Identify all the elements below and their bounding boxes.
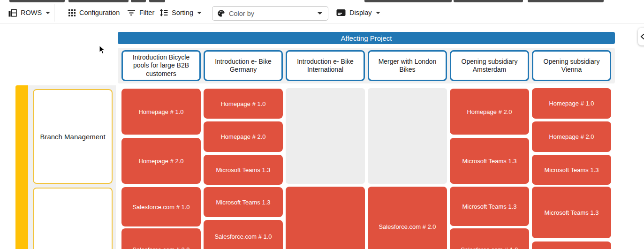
collapse-panel-button[interactable]	[638, 28, 644, 45]
row-header[interactable]	[33, 188, 113, 249]
matrix-tile[interactable]: Homepage # 2.0	[121, 138, 201, 184]
toolbar: ROWS Configuration Filter Sorting	[0, 2, 644, 23]
row-header[interactable]: Branch Management	[33, 89, 113, 184]
rows-menu-button[interactable]: ROWS	[8, 2, 50, 23]
mouse-cursor	[99, 45, 106, 55]
sorting-button[interactable]: Sorting	[159, 2, 202, 23]
column-header[interactable]: Opening subsidiary Vienna	[532, 50, 611, 81]
matrix-tile[interactable]: Microsoft Teams 1.3	[204, 187, 283, 217]
matrix-tile[interactable]: Salesforce.com # 2.0	[368, 187, 447, 249]
matrix-tile[interactable]: Microsoft Teams 1.3	[450, 138, 529, 184]
matrix-tile[interactable]: Microsoft Teams 1.3	[204, 155, 283, 185]
column-header[interactable]: Introduction Bicycle pools for large B2B…	[121, 50, 201, 81]
matrix-tile[interactable]: Salesforce.com # 1.0	[204, 220, 283, 249]
display-button[interactable]: Display	[336, 2, 380, 23]
matrix-tile[interactable]: Homepage # 1.0	[204, 89, 283, 119]
filter-icon	[127, 10, 136, 16]
matrix-tile[interactable]: Salesforce.com # 1.0	[121, 187, 201, 226]
matrix-tile[interactable]: Homepage # 1.0	[121, 89, 201, 135]
toolbar-divider	[54, 4, 54, 22]
column-header[interactable]: Merger with London Bikes	[368, 50, 447, 81]
matrix-tile[interactable]: Microsoft Teams 1.3	[532, 187, 611, 238]
empty-cell	[368, 88, 447, 184]
matrix-tile[interactable]: Salesforce.com # 1.0	[450, 228, 529, 249]
configuration-button[interactable]: Configuration	[68, 2, 120, 23]
matrix-tile[interactable]: Homepage # 2.0	[532, 121, 611, 152]
rows-layout-icon	[8, 9, 17, 17]
sorting-label: Sorting	[172, 9, 193, 16]
matrix-tile[interactable]	[286, 187, 365, 249]
matrix-tile[interactable]: Salesforce.com # 2.0	[121, 228, 201, 249]
matrix-tile[interactable]: Microsoft Teams 1.3	[532, 155, 611, 185]
color-by-select[interactable]: Color by	[212, 6, 328, 21]
matrix-tile[interactable]: Homepage # 2.0	[204, 121, 283, 152]
grid-icon	[68, 9, 76, 16]
filter-label: Filter	[139, 9, 154, 16]
matrix-tile[interactable]: Homepage # 1.0	[532, 88, 611, 119]
color-by-placeholder: Color by	[229, 10, 314, 17]
chevron-down-icon	[197, 12, 202, 14]
rows-menu-label: ROWS	[21, 9, 42, 16]
matrix-tile[interactable]: Homepage # 2.0	[450, 89, 529, 135]
filter-button[interactable]: Filter	[127, 2, 154, 23]
matrix-tile[interactable]: Microsoft Teams 1.3	[450, 187, 529, 226]
empty-cell	[286, 88, 365, 184]
column-header[interactable]: Opening subsidiary Amsterdam	[450, 50, 529, 81]
row-axis-color-bar	[15, 85, 28, 249]
display-label: Display	[349, 9, 372, 16]
matrix-tile[interactable]	[532, 241, 611, 249]
chevron-down-icon	[376, 12, 380, 14]
display-icon	[336, 9, 346, 16]
chevron-down-icon	[318, 12, 322, 15]
palette-icon	[217, 9, 225, 17]
chevron-down-icon	[45, 12, 50, 14]
column-axis-title: Affecting Project	[118, 32, 615, 44]
sort-icon	[159, 9, 168, 16]
column-header[interactable]: Introduction e- Bike Germany	[204, 50, 283, 81]
configuration-label: Configuration	[79, 9, 120, 16]
matrix-app: ROWS Configuration Filter Sorting	[0, 0, 644, 249]
chevron-left-icon	[640, 33, 644, 40]
column-header[interactable]: Introduction e- Bike International	[286, 50, 365, 81]
